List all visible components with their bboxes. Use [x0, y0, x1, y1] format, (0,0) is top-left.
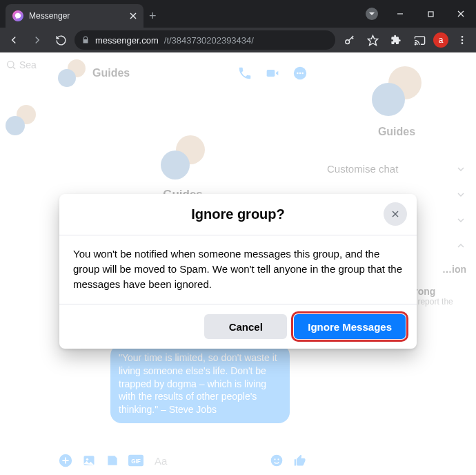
new-tab-button[interactable]: + [149, 9, 157, 23]
url-host: messenger.com [95, 35, 159, 46]
cancel-button[interactable]: Cancel [204, 314, 287, 339]
dialog-footer: Cancel Ignore Messages [59, 304, 417, 349]
svg-point-10 [462, 36, 464, 38]
svg-point-11 [462, 39, 464, 41]
browser-menu-icon[interactable] [453, 30, 472, 50]
dialog-close-button[interactable] [384, 202, 407, 226]
ignore-messages-button[interactable]: Ignore Messages [294, 314, 406, 339]
svg-marker-2 [369, 12, 375, 15]
messenger-favicon-icon [12, 10, 23, 21]
lock-icon [81, 36, 90, 44]
browser-window: Messenger + [0, 0, 476, 475]
close-icon [390, 209, 401, 220]
profile-initial: a [439, 35, 444, 45]
incognito-or-account-icon[interactable] [366, 8, 378, 20]
tab-title: Messenger [29, 11, 70, 21]
address-bar: messenger.com/t/3843730202393434/ a [0, 28, 476, 52]
svg-marker-8 [368, 35, 377, 45]
svg-rect-4 [428, 12, 433, 17]
window-controls [366, 0, 476, 28]
dialog-title: Ignore group? [73, 206, 403, 222]
bookmark-star-icon[interactable] [363, 30, 382, 50]
extensions-icon[interactable] [386, 30, 406, 50]
profile-avatar[interactable]: a [433, 32, 448, 48]
window-minimize-button[interactable] [385, 3, 415, 25]
dialog-body: You won't be notified when someone messa… [59, 235, 417, 304]
svg-point-7 [345, 39, 349, 43]
url-input[interactable]: messenger.com/t/3843730202393434/ [75, 30, 335, 50]
svg-point-9 [415, 43, 415, 44]
nav-back-button[interactable] [4, 30, 23, 50]
url-path: /t/3843730202393434/ [164, 35, 254, 46]
window-maximize-button[interactable] [415, 3, 446, 25]
key-icon[interactable] [339, 30, 359, 50]
nav-forward-button[interactable] [28, 30, 47, 50]
dialog-header: Ignore group? [59, 194, 417, 235]
ignore-group-dialog: Ignore group? You won't be notified when… [59, 194, 417, 349]
modal-overlay: Ignore group? You won't be notified when… [0, 52, 476, 475]
cast-icon[interactable] [410, 30, 429, 50]
tab-close-icon[interactable] [130, 12, 137, 19]
page-content: Sea Guides [0, 52, 476, 475]
nav-reload-button[interactable] [51, 30, 70, 50]
window-close-button[interactable] [446, 3, 476, 25]
titlebar: Messenger + [0, 0, 476, 28]
svg-point-12 [462, 42, 464, 44]
browser-tab[interactable]: Messenger [6, 4, 143, 28]
